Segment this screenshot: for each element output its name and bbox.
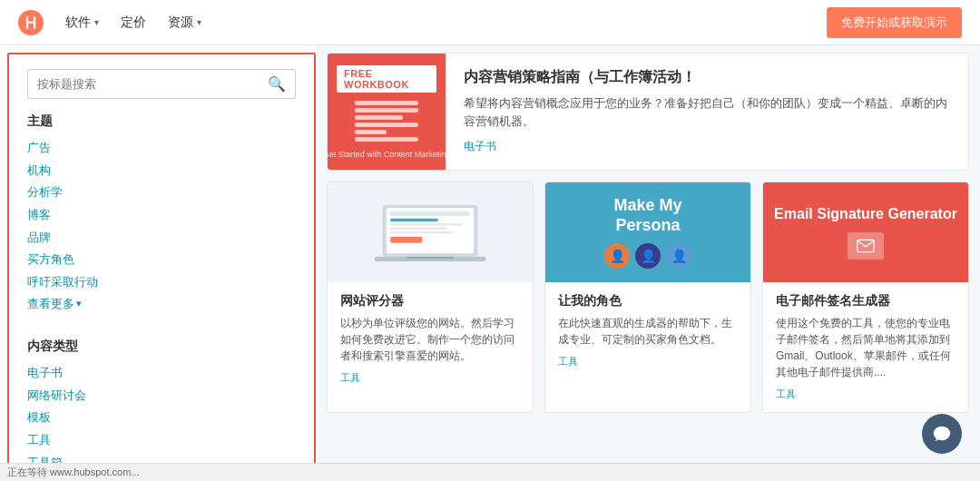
tool-card-body-website: 网站评分器 以秒为单位评级您的网站。然后学习如何免费改进它。制作一个您的访问者和… — [328, 282, 533, 396]
tool-thumb-persona: Make My Persona 👤 👤 👤 — [545, 182, 750, 282]
tool-thumb-laptop — [328, 182, 533, 282]
nav-software[interactable]: 软件 ▾ — [65, 15, 99, 31]
workbook-line — [355, 101, 418, 105]
featured-card: FREE WORKBOOK Get Started with Content M… — [327, 53, 969, 171]
sidebar-item-org[interactable]: 机构 — [27, 160, 296, 182]
workbook-line — [355, 137, 418, 142]
email-sig-title: Email Signature Generator — [774, 205, 957, 224]
tool-thumb-email: Email Signature Generator — [763, 182, 968, 282]
featured-desc: 希望将内容营销概念应用于您的业务？准备好把自己（和你的团队）变成一个精益、卓断的… — [464, 94, 950, 130]
svg-rect-7 — [390, 231, 454, 233]
tool-card-website-grader[interactable]: 网站评分器 以秒为单位评级您的网站。然后学习如何免费改进它。制作一个您的访问者和… — [327, 182, 534, 413]
statusbar: 正在等待 www.hubspot.com... — [0, 463, 980, 481]
sidebar-item-blog[interactable]: 博客 — [27, 204, 296, 227]
sidebar-item-template[interactable]: 模板 — [27, 407, 296, 429]
nav-software-chevron: ▾ — [94, 17, 99, 27]
featured-title: 内容营销策略指南（与工作簿活动！ — [464, 68, 950, 87]
sidebar-item-brand[interactable]: 品牌 — [27, 227, 296, 250]
tool-cards-row: 网站评分器 以秒为单位评级您的网站。然后学习如何免费改进它。制作一个您的访问者和… — [327, 182, 969, 413]
tool-card-persona[interactable]: Make My Persona 👤 👤 👤 让我的角色 在此快速直观的生成器的帮… — [544, 182, 751, 413]
tool-card-body-persona: 让我的角色 在此快速直观的生成器的帮助下，生成专业、可定制的买家角色文档。 工具 — [545, 282, 750, 379]
sidebar-item-cta[interactable]: 呼吁采取行动 — [27, 271, 296, 294]
workbook-sub: Get Started with Content Marketing — [327, 150, 450, 159]
sidebar-item-ebook[interactable]: 电子书 — [27, 362, 296, 385]
svg-rect-4 — [390, 218, 438, 221]
persona-title: Make My Persona — [604, 196, 691, 235]
statusbar-text: 正在等待 www.hubspot.com... — [7, 466, 140, 479]
email-sig-icon — [848, 232, 884, 260]
tool-card-desc-persona: 在此快速直观的生成器的帮助下，生成专业、可定制的买家角色文档。 — [558, 315, 738, 348]
svg-rect-11 — [858, 240, 874, 252]
sidebar-item-ad[interactable]: 广告 — [27, 137, 296, 160]
workbook-line — [355, 115, 403, 120]
cta-button[interactable]: 免费开始或获取演示 — [827, 7, 962, 38]
svg-rect-5 — [390, 223, 462, 226]
sidebar-item-analytics[interactable]: 分析学 — [27, 182, 296, 204]
tool-card-desc-email: 使用这个免费的工具，使您的专业电子邮件签名，然后简单地将其添加到Gmail、Ou… — [776, 315, 956, 380]
tool-card-title-persona: 让我的角色 — [558, 293, 738, 309]
sidebar-divider — [27, 325, 296, 326]
featured-body: 内容营销策略指南（与工作簿活动！ 希望将内容营销概念应用于您的业务？准备好把自己… — [446, 54, 968, 170]
topnav: 软件 ▾ 定价 资源 ▾ 免费开始或获取演示 — [0, 0, 980, 45]
tool-card-title-email: 电子邮件签名生成器 — [776, 293, 956, 309]
show-more-chevron: ▾ — [76, 298, 82, 309]
svg-rect-10 — [407, 256, 455, 259]
search-input[interactable] — [37, 77, 268, 91]
sidebar-item-buyer[interactable]: 买方角色 — [27, 249, 296, 271]
persona-icon-2: 👤 — [635, 243, 661, 269]
persona-text: Make My Persona 👤 👤 👤 — [604, 196, 691, 268]
nav-pricing[interactable]: 定价 — [121, 15, 146, 31]
workbook-lines — [355, 98, 418, 144]
chat-icon — [932, 424, 952, 444]
sidebar-item-tool[interactable]: 工具 — [27, 429, 296, 452]
workbook-line — [355, 130, 387, 134]
chat-bubble[interactable] — [922, 414, 962, 454]
laptop-svg — [367, 197, 494, 269]
featured-type: 电子书 — [464, 139, 950, 154]
persona-icon-1: 👤 — [604, 243, 630, 269]
topics-title: 主题 — [27, 113, 296, 130]
main-layout: 🔍 主题 广告 机构 分析学 博客 品牌 买方角色 呼吁采取行动 查看更多 ▾ … — [0, 45, 980, 481]
tool-card-title-website: 网站评分器 — [340, 293, 520, 309]
email-sig-text: Email Signature Generator — [774, 205, 957, 260]
sidebar-item-webinar[interactable]: 网络研讨会 — [27, 385, 296, 407]
hubspot-logo[interactable] — [18, 10, 44, 35]
tool-card-body-email: 电子邮件签名生成器 使用这个免费的工具，使您的专业电子邮件签名，然后简单地将其添… — [763, 282, 968, 412]
nav-resources[interactable]: 资源 ▾ — [168, 15, 201, 31]
main-content: FREE WORKBOOK Get Started with Content M… — [316, 45, 980, 481]
search-icon[interactable]: 🔍 — [268, 75, 286, 93]
search-box: 🔍 — [27, 69, 296, 99]
persona-icons: 👤 👤 👤 — [604, 243, 691, 269]
show-more-button[interactable]: 查看更多 ▾ — [27, 296, 296, 312]
tool-card-email-sig[interactable]: Email Signature Generator 电子邮件签名生成器 使用这个… — [762, 182, 969, 413]
content-types-title: 内容类型 — [27, 339, 296, 355]
workbook-line — [355, 123, 418, 127]
nav-resources-chevron: ▾ — [197, 17, 201, 27]
tool-card-type-email: 工具 — [776, 388, 956, 401]
workbook-label: FREE WORKBOOK — [337, 65, 436, 93]
tool-card-type-website: 工具 — [340, 371, 520, 385]
svg-rect-6 — [390, 227, 446, 230]
svg-rect-3 — [390, 211, 470, 215]
featured-thumb: FREE WORKBOOK Get Started with Content M… — [328, 54, 446, 170]
tool-card-type-persona: 工具 — [558, 355, 738, 368]
persona-icon-3: 👤 — [666, 243, 691, 269]
workbook-line — [355, 108, 418, 113]
sidebar: 🔍 主题 广告 机构 分析学 博客 品牌 买方角色 呼吁采取行动 查看更多 ▾ … — [7, 53, 316, 474]
svg-rect-8 — [390, 236, 422, 242]
tool-card-desc-website: 以秒为单位评级您的网站。然后学习如何免费改进它。制作一个您的访问者和搜索引擎喜爱… — [340, 315, 520, 364]
